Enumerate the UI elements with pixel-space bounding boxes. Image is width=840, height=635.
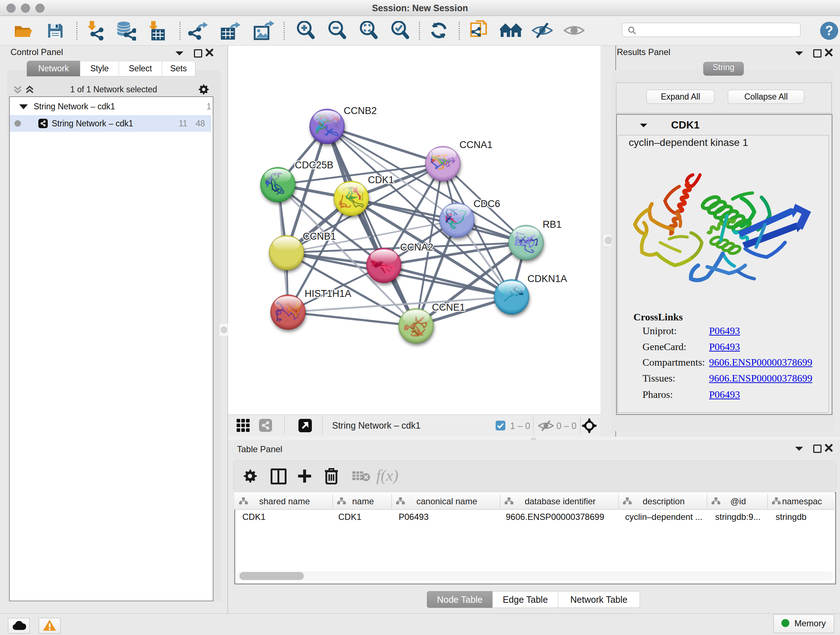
svg-text:CCNE1: CCNE1 (432, 302, 465, 313)
svg-text:CCNB1: CCNB1 (303, 231, 336, 242)
svg-text:HIST1H1A: HIST1H1A (305, 288, 351, 299)
svg-text:CCNA1: CCNA1 (459, 139, 493, 150)
svg-text:RB1: RB1 (543, 219, 562, 230)
svg-text:CDC6: CDC6 (474, 198, 500, 209)
svg-text:CDC25B: CDC25B (295, 160, 333, 171)
svg-text:?: ? (825, 23, 833, 38)
svg-text:CCNA2: CCNA2 (400, 242, 433, 253)
svg-text:CDK1: CDK1 (368, 174, 394, 185)
svg-text:CCNB2: CCNB2 (344, 105, 377, 116)
svg-text:CDKN1A: CDKN1A (527, 273, 567, 284)
